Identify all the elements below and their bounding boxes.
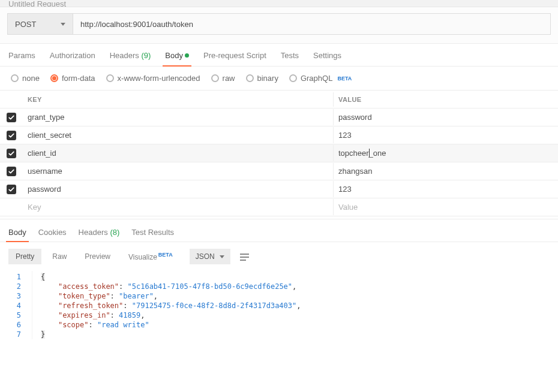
key-input[interactable]: grant_type bbox=[23, 109, 334, 125]
response-toolbar: Pretty Raw Preview VisualizeBETA JSON bbox=[0, 242, 558, 271]
line-gutter: 1234567 bbox=[0, 271, 32, 339]
tab-prerequest[interactable]: Pre-request Script bbox=[203, 51, 266, 66]
radio-form-data[interactable]: form-data bbox=[50, 74, 95, 83]
radio-none[interactable]: none bbox=[11, 74, 40, 83]
table-row: client_secret123 bbox=[0, 126, 558, 144]
chevron-down-icon bbox=[220, 255, 224, 258]
table-header: KEY VALUE bbox=[0, 91, 558, 108]
table-row: grant_typepassword bbox=[0, 108, 558, 126]
view-pretty[interactable]: Pretty bbox=[8, 249, 41, 264]
view-raw[interactable]: Raw bbox=[45, 249, 74, 264]
resp-tab-test-results[interactable]: Test Results bbox=[131, 228, 174, 242]
radio-x-www-form-urlencoded[interactable]: x-www-form-urlencoded bbox=[106, 74, 200, 83]
row-checkbox[interactable] bbox=[0, 149, 23, 158]
row-checkbox[interactable] bbox=[0, 185, 23, 194]
new-value-input[interactable]: Value bbox=[334, 199, 558, 215]
radio-raw[interactable]: raw bbox=[211, 74, 235, 83]
tab-tests[interactable]: Tests bbox=[281, 51, 299, 66]
tab-body[interactable]: Body bbox=[165, 51, 189, 66]
row-checkbox[interactable] bbox=[0, 113, 23, 122]
col-key: KEY bbox=[23, 92, 334, 107]
radio-graphql[interactable]: GraphQLBETA bbox=[289, 74, 352, 83]
response-tabs: Body Cookies Headers (8) Test Results bbox=[0, 219, 558, 242]
resp-tab-headers[interactable]: Headers (8) bbox=[79, 228, 120, 242]
value-input[interactable]: 123 bbox=[334, 127, 558, 143]
form-data-table: KEY VALUE grant_typepasswordclient_secre… bbox=[0, 90, 558, 216]
request-tabs: Params Authorization Headers (9) Body Pr… bbox=[0, 44, 558, 67]
headers-count: (9) bbox=[141, 51, 151, 60]
url-text: http://localhost:9001/oauth/token bbox=[80, 20, 193, 29]
key-input[interactable]: password bbox=[23, 181, 334, 197]
resp-tab-body[interactable]: Body bbox=[8, 228, 26, 242]
value-input[interactable]: password bbox=[334, 109, 558, 125]
key-input[interactable]: client_id bbox=[23, 145, 334, 161]
new-key-input[interactable]: Key bbox=[23, 199, 334, 215]
http-method-select[interactable]: POST bbox=[7, 13, 73, 35]
response-format-select[interactable]: JSON bbox=[190, 249, 230, 264]
value-input[interactable]: 123 bbox=[334, 181, 558, 197]
table-row: client_idtopcheer_one bbox=[0, 144, 558, 162]
value-input[interactable]: topcheer_one bbox=[334, 145, 558, 161]
view-preview[interactable]: Preview bbox=[77, 249, 118, 264]
key-input[interactable]: client_secret bbox=[23, 127, 334, 143]
table-row-new[interactable]: Key Value bbox=[0, 198, 558, 216]
chevron-down-icon bbox=[61, 23, 65, 26]
tab-authorization[interactable]: Authorization bbox=[50, 51, 95, 66]
resp-tab-cookies[interactable]: Cookies bbox=[38, 228, 67, 242]
view-visualize[interactable]: VisualizeBETA bbox=[121, 248, 180, 265]
response-body-viewer[interactable]: 1234567 { "access_token": "5c16ab41-7105… bbox=[0, 271, 558, 375]
wrap-lines-icon[interactable] bbox=[240, 252, 251, 261]
resp-headers-count: (8) bbox=[110, 228, 119, 237]
table-row: password123 bbox=[0, 180, 558, 198]
tab-params[interactable]: Params bbox=[8, 51, 35, 66]
response-code: { "access_token": "5c16ab41-7105-47f8-bd… bbox=[32, 271, 301, 339]
body-type-radios: none form-data x-www-form-urlencoded raw… bbox=[0, 67, 558, 90]
tab-settings[interactable]: Settings bbox=[313, 51, 341, 66]
row-checkbox[interactable] bbox=[0, 131, 23, 140]
radio-binary[interactable]: binary bbox=[246, 74, 278, 83]
beta-badge: BETA bbox=[158, 252, 173, 258]
tab-headers[interactable]: Headers (9) bbox=[110, 51, 151, 66]
table-row: usernamezhangsan bbox=[0, 162, 558, 180]
body-indicator-icon bbox=[185, 53, 189, 58]
value-input[interactable]: zhangsan bbox=[334, 163, 558, 179]
http-method-label: POST bbox=[15, 20, 36, 29]
request-line: POST http://localhost:9001/oauth/token bbox=[0, 7, 558, 44]
beta-badge: BETA bbox=[337, 76, 352, 82]
request-title: Untitled Request bbox=[0, 0, 558, 7]
key-input[interactable]: username bbox=[23, 163, 334, 179]
col-value: VALUE bbox=[334, 92, 558, 107]
row-checkbox[interactable] bbox=[0, 167, 23, 176]
url-input[interactable]: http://localhost:9001/oauth/token bbox=[73, 13, 551, 35]
